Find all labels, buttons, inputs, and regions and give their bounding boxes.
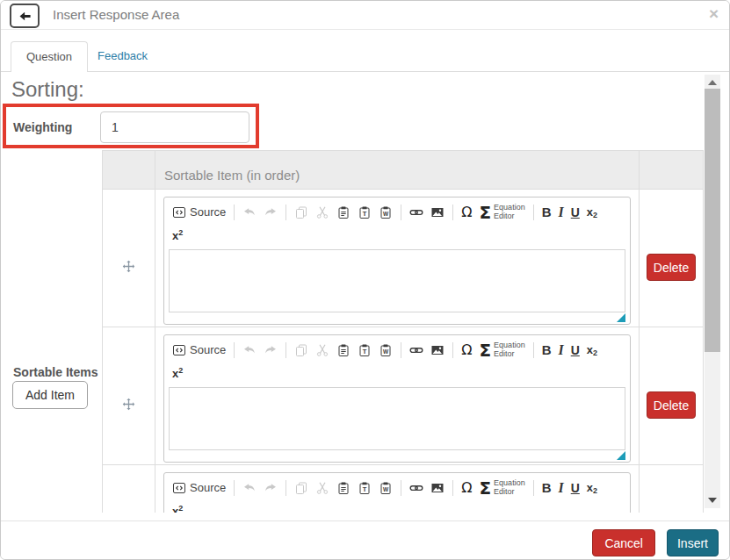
link-icon — [409, 343, 423, 357]
special-character-button[interactable]: Ω — [459, 477, 474, 499]
drag-handle-icon[interactable] — [122, 260, 135, 273]
paste-word-button[interactable]: W — [376, 477, 395, 499]
scrollbar-down-arrow-icon[interactable] — [708, 498, 717, 503]
equation-editor-button[interactable]: Σ Equation Editor — [476, 202, 527, 223]
toolbar-separator — [452, 342, 453, 358]
link-button[interactable] — [407, 202, 426, 223]
sortable-items-label: Sortable Items — [13, 365, 98, 379]
subscript-button[interactable]: x2 — [584, 202, 600, 223]
subscript-button[interactable]: x2 — [584, 477, 600, 499]
paste-button[interactable] — [334, 340, 353, 361]
redo-button[interactable] — [261, 202, 280, 223]
editor-toolbar-row-1: Source — [169, 476, 625, 499]
cut-button[interactable] — [313, 477, 332, 499]
equation-editor-label: Equation Editor — [494, 341, 525, 358]
vertical-scrollbar[interactable] — [705, 75, 720, 508]
add-item-button[interactable]: Add Item — [12, 381, 88, 409]
undo-button[interactable] — [240, 202, 259, 223]
source-button-label: Source — [190, 481, 226, 494]
editor-toolbar-row-1: Source — [169, 338, 625, 362]
sortable-table-row: Source — [102, 465, 704, 513]
rich-text-editor: Source — [163, 334, 631, 463]
undo-button[interactable] — [240, 477, 259, 499]
svg-text:T: T — [363, 348, 367, 355]
image-button[interactable] — [428, 340, 447, 361]
equation-editor-label: Equation Editor — [494, 204, 525, 220]
bold-button[interactable]: B — [539, 202, 554, 223]
tab-question[interactable]: Question — [11, 41, 88, 72]
editor-bottom-bar — [169, 450, 625, 461]
insert-button[interactable]: Insert — [667, 529, 719, 556]
image-button[interactable] — [428, 477, 447, 499]
link-button[interactable] — [407, 340, 426, 361]
cut-button[interactable] — [313, 202, 332, 223]
source-button[interactable]: Source — [170, 202, 228, 223]
close-icon[interactable]: × — [709, 1, 719, 27]
copy-button[interactable] — [292, 202, 311, 223]
special-character-button[interactable]: Ω — [459, 202, 474, 223]
scrollbar-thumb[interactable] — [705, 89, 720, 352]
source-button[interactable]: Source — [170, 340, 228, 361]
superscript-button[interactable]: x2 — [170, 501, 185, 513]
paste-word-icon: W — [379, 343, 393, 357]
back-button[interactable] — [10, 4, 40, 28]
tab-feedback[interactable]: Feedback — [98, 49, 148, 62]
svg-text:W: W — [383, 486, 389, 492]
italic-button[interactable]: I — [555, 202, 566, 223]
source-button[interactable]: Source — [170, 477, 228, 499]
undo-button[interactable] — [240, 340, 259, 361]
paste-text-button[interactable]: T — [355, 340, 374, 361]
toolbar-separator — [234, 342, 235, 358]
toolbar-separator — [533, 205, 534, 220]
paste-text-button[interactable]: T — [355, 202, 374, 223]
scrollbar-up-arrow-icon[interactable] — [708, 80, 717, 85]
redo-button[interactable] — [261, 340, 280, 361]
underline-button[interactable]: U — [568, 477, 582, 499]
toolbar-separator — [234, 205, 235, 220]
equation-editor-button[interactable]: Σ Equation Editor — [476, 340, 527, 361]
underline-button[interactable]: U — [568, 202, 582, 223]
undo-icon — [242, 481, 257, 495]
resize-handle-icon[interactable] — [617, 451, 625, 460]
subscript-button[interactable]: x2 — [584, 340, 600, 361]
annotation-highlight — [3, 104, 259, 148]
resize-handle-icon[interactable] — [617, 313, 625, 322]
paste-text-button[interactable]: T — [355, 477, 374, 499]
link-button[interactable] — [407, 477, 426, 499]
equation-editor-button[interactable]: Σ Equation Editor — [476, 477, 527, 499]
editor-content-area[interactable] — [169, 387, 625, 450]
toolbar-separator — [234, 480, 235, 496]
paste-text-icon: T — [358, 343, 372, 357]
copy-icon — [294, 343, 308, 357]
copy-icon — [294, 205, 308, 219]
paste-word-button[interactable]: W — [376, 202, 395, 223]
paste-button[interactable] — [334, 202, 353, 223]
copy-button[interactable] — [292, 340, 311, 361]
copy-icon — [294, 481, 308, 495]
superscript-button[interactable]: x2 — [170, 226, 185, 247]
cut-button[interactable] — [313, 340, 332, 361]
drag-handle-icon[interactable] — [122, 398, 135, 411]
italic-button[interactable]: I — [555, 477, 566, 499]
italic-button[interactable]: I — [555, 340, 566, 361]
bold-button[interactable]: B — [539, 340, 554, 361]
paste-button[interactable] — [334, 477, 353, 499]
sigma-icon: Σ — [479, 340, 491, 361]
copy-button[interactable] — [292, 477, 311, 499]
bold-button[interactable]: B — [539, 477, 554, 499]
dialog-content: Sorting: Weighting Sortable Items Add It… — [1, 72, 729, 513]
redo-button[interactable] — [261, 477, 280, 499]
image-button[interactable] — [428, 202, 447, 223]
paste-word-button[interactable]: W — [376, 340, 395, 361]
tab-question-label: Question — [26, 50, 72, 63]
column-header-label: Sortable Item (in order) — [155, 151, 639, 183]
delete-button[interactable]: Delete — [647, 391, 696, 419]
special-character-button[interactable]: Ω — [459, 340, 474, 361]
cancel-button[interactable]: Cancel — [592, 529, 655, 556]
underline-button[interactable]: U — [568, 340, 582, 361]
editor-content-area[interactable] — [169, 249, 625, 312]
delete-button[interactable]: Delete — [647, 254, 696, 281]
editor-cell: Source — [155, 465, 639, 513]
drag-handle-cell — [102, 327, 155, 464]
superscript-button[interactable]: x2 — [170, 363, 185, 384]
